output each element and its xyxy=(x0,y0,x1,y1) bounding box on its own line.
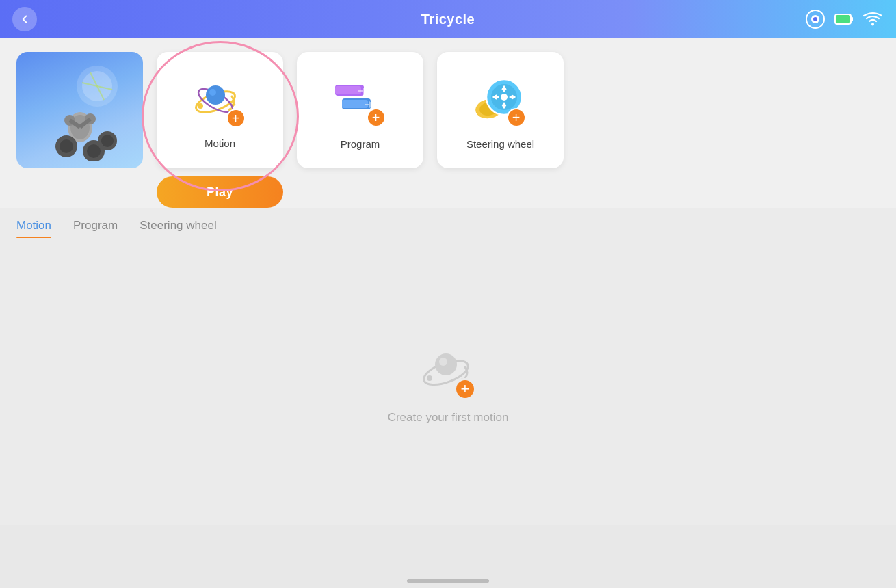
program-card-label: Program xyxy=(341,138,380,150)
svg-point-26 xyxy=(198,103,203,109)
tab-program[interactable]: Program xyxy=(73,219,118,238)
svg-point-40 xyxy=(427,375,432,381)
battery-icon xyxy=(833,8,855,30)
robot-card xyxy=(16,52,143,168)
header-status-icons xyxy=(804,8,884,30)
tabs-bar: Motion Program Steering wheel xyxy=(16,208,880,238)
steering-wheel-card[interactable]: + Steering wheel xyxy=(437,52,564,168)
steering-icon-area: + xyxy=(470,71,531,133)
tab-steering-wheel[interactable]: Steering wheel xyxy=(140,219,216,238)
svg-point-13 xyxy=(60,139,73,153)
motion-card-wrapper: + Motion Play xyxy=(157,52,283,208)
svg-point-36 xyxy=(501,94,508,101)
bottom-scrollbar xyxy=(407,579,489,583)
motion-icon-area: + xyxy=(189,72,251,133)
wifi-icon-svg xyxy=(863,12,882,27)
record-icon xyxy=(804,8,826,30)
wifi-icon xyxy=(862,8,884,30)
empty-state-text: Create your first motion xyxy=(388,411,509,425)
empty-icon-area: + xyxy=(417,338,479,400)
empty-state: + Create your first motion xyxy=(16,238,880,525)
bottom-section: Motion Program Steering wheel + Create y… xyxy=(0,208,896,525)
program-icon-area: + xyxy=(330,71,391,133)
empty-add-badge[interactable]: + xyxy=(454,378,476,400)
back-icon xyxy=(18,13,31,25)
program-card[interactable]: + Program xyxy=(297,52,423,168)
svg-point-25 xyxy=(209,89,216,96)
motion-card[interactable]: + Motion xyxy=(157,52,283,168)
svg-point-17 xyxy=(101,135,114,147)
svg-rect-3 xyxy=(835,14,851,24)
tab-motion[interactable]: Motion xyxy=(16,219,51,238)
svg-rect-4 xyxy=(851,17,853,21)
battery-icon-svg xyxy=(834,13,854,25)
record-icon-svg xyxy=(806,10,825,29)
svg-rect-31 xyxy=(342,100,368,108)
motion-add-badge[interactable]: + xyxy=(226,109,246,128)
steering-add-badge[interactable]: + xyxy=(507,108,526,127)
svg-point-5 xyxy=(871,23,874,26)
motion-card-label: Motion xyxy=(205,137,235,149)
play-button[interactable]: Play xyxy=(157,176,283,208)
svg-point-2 xyxy=(813,17,817,21)
program-add-badge[interactable]: + xyxy=(367,108,386,127)
back-button[interactable] xyxy=(12,7,37,31)
page-title: Tricycle xyxy=(421,12,475,27)
steering-card-label: Steering wheel xyxy=(466,138,534,150)
robot-illustration xyxy=(29,59,131,161)
header: Tricycle xyxy=(0,0,896,38)
svg-point-39 xyxy=(439,358,447,366)
svg-rect-29 xyxy=(335,86,361,94)
svg-point-24 xyxy=(206,85,225,105)
cards-section: + Motion Play + Program xyxy=(0,38,896,208)
svg-point-15 xyxy=(87,144,101,158)
